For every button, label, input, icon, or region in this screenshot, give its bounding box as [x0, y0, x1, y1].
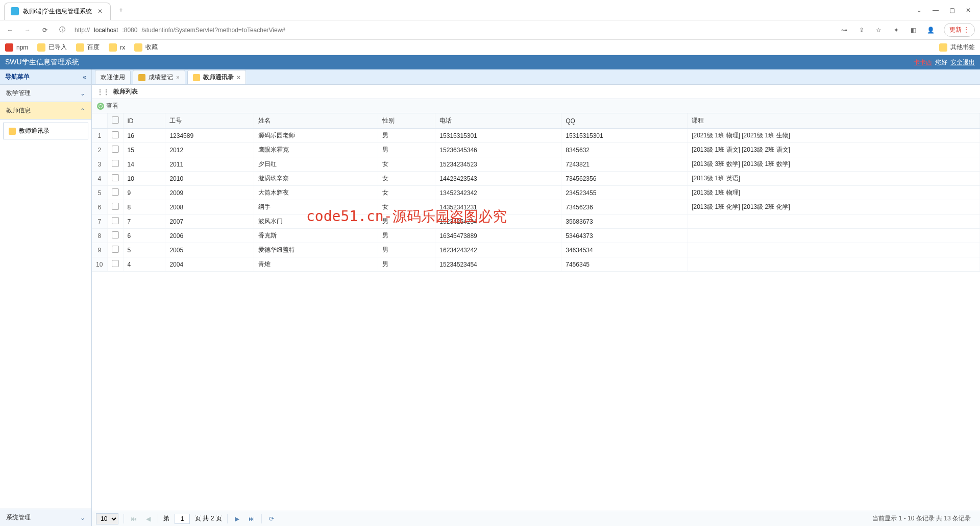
- bookmark-imported[interactable]: 已导入: [37, 43, 67, 52]
- book-icon: [193, 74, 200, 81]
- col-phone[interactable]: 电话: [435, 113, 561, 129]
- folder-icon: [37, 43, 45, 52]
- table-row[interactable]: 4102010漩涡玖辛奈女14423423543734562356[2013级 …: [92, 172, 980, 186]
- row-checkbox[interactable]: [112, 217, 119, 224]
- header-row: ID 工号 姓名 性别 电话 QQ 课程: [92, 113, 980, 129]
- cell-name: 漩涡玖辛奈: [254, 172, 378, 186]
- row-checkbox[interactable]: [112, 203, 119, 210]
- table-row[interactable]: 1161234589源码乐园老师男1531531530115315315301[…: [92, 129, 980, 143]
- window-controls: ⌄ — ▢ ✕: [916, 7, 976, 14]
- col-sex[interactable]: 性别: [378, 113, 435, 129]
- panel-icon[interactable]: ◧: [909, 26, 918, 35]
- toolbar: 查看: [92, 99, 980, 113]
- page-size-select[interactable]: 10: [96, 513, 118, 524]
- info-icon[interactable]: ⓘ: [57, 25, 67, 35]
- select-all-checkbox[interactable]: [112, 116, 119, 124]
- row-checkbox[interactable]: [112, 160, 119, 167]
- url-field[interactable]: http://localhost:8080/studentinfo/System…: [75, 27, 832, 34]
- update-button[interactable]: 更新: [944, 23, 975, 37]
- last-page-button[interactable]: ⏭: [247, 514, 256, 523]
- row-checkbox[interactable]: [112, 188, 119, 196]
- row-checkbox[interactable]: [112, 260, 119, 267]
- user-name-link[interactable]: 卡卡西: [914, 58, 932, 67]
- row-checkbox[interactable]: [112, 231, 119, 238]
- row-number: 7: [92, 214, 107, 229]
- table-row[interactable]: 772007波风水门男1523425423435683673: [92, 214, 980, 229]
- page-input[interactable]: [175, 514, 190, 524]
- key-icon[interactable]: ⊶: [840, 26, 849, 35]
- col-name[interactable]: 姓名: [254, 113, 378, 129]
- pager: 10 ⏮ ◀ 第 页 共 2 页 ▶ ⏭ ⟳ 当前显示 1 - 10 条记录 共…: [92, 511, 980, 526]
- maximize-icon[interactable]: ▢: [948, 7, 955, 14]
- cell-sex: 女: [378, 186, 435, 200]
- row-checkbox[interactable]: [112, 146, 119, 153]
- minimize-icon[interactable]: —: [932, 7, 939, 14]
- bookmarks-bar: npm 已导入 百度 rx 收藏 其他书签: [0, 40, 980, 55]
- col-rownum: [92, 113, 107, 129]
- first-page-button[interactable]: ⏮: [129, 514, 138, 523]
- row-checkbox[interactable]: [112, 174, 119, 181]
- row-number: 5: [92, 186, 107, 200]
- sidebar-section-teaching[interactable]: 教学管理 ⌄: [0, 85, 91, 102]
- tab-welcome[interactable]: 欢迎使用: [95, 70, 131, 84]
- address-bar: ← → ⟳ ⓘ http://localhost:8080/studentinf…: [0, 20, 980, 40]
- row-checkbox[interactable]: [112, 131, 119, 138]
- table-row[interactable]: 862006香克斯男1634547388953464373: [92, 229, 980, 243]
- reload-icon[interactable]: ⟳: [40, 25, 50, 35]
- col-course[interactable]: 课程: [688, 113, 980, 129]
- close-icon[interactable]: ×: [176, 74, 180, 81]
- tab-favicon-icon: [11, 7, 19, 15]
- table-row[interactable]: 682008纲手女1435234123173456236[2013级 1班 化学…: [92, 200, 980, 214]
- new-tab-button[interactable]: ＋: [117, 6, 125, 14]
- cell-phone: 14352341231: [435, 200, 561, 214]
- cell-sex: 男: [378, 214, 435, 229]
- browser-tab[interactable]: 教师端|学生信息管理系统 ✕: [4, 3, 111, 20]
- cell-qq: 34634534: [561, 243, 688, 257]
- cell-id: 10: [123, 172, 165, 186]
- tab-contacts[interactable]: 教师通讯录×: [187, 70, 246, 84]
- cell-phone: 15234523454: [435, 257, 561, 272]
- row-number: 3: [92, 157, 107, 172]
- star-icon[interactable]: ☆: [874, 26, 884, 35]
- next-page-button[interactable]: ▶: [233, 514, 242, 523]
- cell-qq: 15315315301: [561, 129, 688, 143]
- collapse-icon[interactable]: «: [83, 74, 86, 81]
- close-tab-icon[interactable]: ✕: [96, 7, 104, 15]
- prev-page-button[interactable]: ◀: [143, 514, 153, 523]
- chevron-down-icon[interactable]: ⌄: [916, 7, 923, 14]
- main-panel: 欢迎使用 成绩登记× 教师通讯录× ⋮⋮ 教师列表 查看 ID 工号: [92, 69, 980, 526]
- sidebar-section-teacher-info[interactable]: 教师信息 ⌃: [0, 102, 91, 119]
- share-icon[interactable]: ⇪: [857, 26, 866, 35]
- close-icon[interactable]: ×: [237, 74, 240, 81]
- row-number: 10: [92, 257, 107, 272]
- col-workno[interactable]: 工号: [165, 113, 254, 129]
- bookmark-fav[interactable]: 收藏: [134, 43, 158, 52]
- logout-link[interactable]: 安全退出: [950, 58, 975, 67]
- back-icon[interactable]: ←: [5, 25, 15, 35]
- table-row[interactable]: 3142011夕日红女152342345237243821[2013级 3班 数…: [92, 157, 980, 172]
- table-row[interactable]: 952005爱德华纽盖特男1623424324234634534: [92, 243, 980, 257]
- row-number: 6: [92, 200, 107, 214]
- bookmark-rx[interactable]: rx: [109, 43, 125, 52]
- cell-course: [688, 257, 980, 272]
- refresh-button[interactable]: ⟳: [267, 514, 276, 523]
- sidebar-item-contacts[interactable]: 教师通讯录: [3, 123, 88, 139]
- bookmark-other[interactable]: 其他书签: [939, 43, 975, 52]
- bookmark-baidu[interactable]: 百度: [76, 43, 100, 52]
- view-button[interactable]: 查看: [97, 102, 118, 110]
- close-window-icon[interactable]: ✕: [965, 7, 972, 14]
- row-checkbox[interactable]: [112, 246, 119, 253]
- extension-icon[interactable]: ✦: [892, 26, 901, 35]
- table-row[interactable]: 1042004青雉男152345234547456345: [92, 257, 980, 272]
- profile-icon[interactable]: 👤: [926, 26, 936, 35]
- table-row[interactable]: 2152012鹰眼米霍克男152363453468345632[2013级 1班…: [92, 143, 980, 157]
- tab-grades[interactable]: 成绩登记×: [133, 70, 185, 84]
- bookmark-npm[interactable]: npm: [5, 43, 28, 52]
- col-qq[interactable]: QQ: [561, 113, 688, 129]
- table-row[interactable]: 592009大筒木辉夜女13452342342234523455[2013级 1…: [92, 186, 980, 200]
- page-prefix: 第: [163, 514, 169, 523]
- sidebar-section-system[interactable]: 系统管理 ⌄: [0, 509, 91, 526]
- col-id[interactable]: ID: [123, 113, 165, 129]
- sidebar: 导航菜单 « 教学管理 ⌄ 教师信息 ⌃ 教师通讯录 系统管理 ⌄: [0, 69, 92, 526]
- forward-icon[interactable]: →: [22, 25, 33, 35]
